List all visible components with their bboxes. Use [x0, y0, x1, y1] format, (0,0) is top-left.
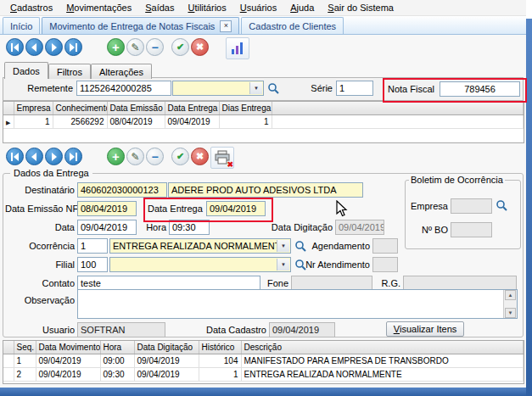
ocorrencia-label: Ocorrência [19, 240, 75, 252]
skip-first-icon [10, 153, 20, 161]
ocorrencia-combo[interactable]: ENTREGA REALIZADA NORMALMENTE ▼ [109, 238, 291, 254]
minus-icon: − [151, 150, 158, 164]
remetente-search-icon[interactable] [266, 81, 281, 96]
skip-last-icon [69, 43, 78, 52]
application-window: Cadastros Movimentações Saídas Utilitári… [0, 0, 532, 396]
marker-column-header [3, 341, 14, 354]
dropdown-arrow-icon[interactable]: ▼ [277, 240, 289, 252]
boletim-nbo-label: Nº BO [409, 224, 448, 236]
cell-data-movimento: 09/04/2019 [36, 354, 100, 368]
observacao-textarea[interactable]: ▲ ▼ [77, 289, 518, 319]
cancel-print-button[interactable]: ✖ [210, 147, 234, 169]
menu-item-cadastros[interactable]: Cadastros [3, 2, 59, 14]
contato-label: Contato [25, 277, 75, 289]
tab-movimento-entrega[interactable]: Movimento de Entrega de Notas Fiscais × [42, 17, 239, 34]
menu-item-ajuda[interactable]: Ajuda [283, 2, 321, 14]
plus-icon: + [112, 40, 120, 54]
groupbox-title: Dados da Entrega [10, 167, 92, 179]
movimentos-grid[interactable]: Seq. Data Movimento Hora Data Digitação … [3, 340, 524, 384]
cell-filler [272, 115, 524, 129]
destinatario-codigo-input[interactable]: 460602030000123 [77, 182, 167, 198]
col-header-descricao[interactable]: Descrição [241, 341, 524, 354]
scroll-down-icon[interactable]: ▼ [505, 308, 516, 318]
subtab-dados[interactable]: Dados [4, 62, 48, 79]
entrega-nav-last-button[interactable] [64, 148, 82, 165]
chevron-left-icon [30, 43, 39, 52]
cell-seq: 1 [14, 354, 36, 368]
tab-close-icon[interactable]: × [220, 20, 232, 32]
rg-label: R.G. [377, 277, 400, 289]
subtab-filtros[interactable]: Filtros [48, 64, 91, 79]
tab-cadastro-clientes[interactable]: Cadastro de Clientes [241, 17, 344, 34]
entrega-confirm-button[interactable]: ✔ [171, 148, 189, 165]
menu-item-saidas[interactable]: Saídas [138, 2, 181, 14]
tab-label: Movimento de Entrega de Notas Fiscais [49, 21, 215, 31]
entrega-edit-button[interactable]: ✎ [126, 148, 144, 165]
confirm-button[interactable]: ✔ [171, 38, 189, 56]
chart-button[interactable] [226, 37, 249, 59]
tab-inicio[interactable]: Início [3, 17, 40, 34]
col-header-data-emissao[interactable]: Data Emissão [107, 102, 165, 115]
table-row[interactable]: 2 09/04/2019 09:30 09/04/2019 1 ENTREGA … [3, 368, 524, 382]
nav-next-button[interactable] [45, 38, 63, 56]
data-label: Data [34, 221, 75, 233]
cancel-button[interactable]: ✖ [191, 38, 209, 56]
entrega-delete-button[interactable]: − [146, 148, 164, 165]
entrega-add-button[interactable]: + [107, 148, 125, 165]
data-cadastro-input: 09/04/2019 [269, 322, 335, 337]
col-header-dias-entrega[interactable]: Dias Entrega [219, 102, 272, 115]
visualizar-itens-button[interactable]: Visualizar Itens [386, 321, 464, 337]
col-header-data-entrega[interactable]: Data Entrega [165, 102, 219, 115]
boletim-empresa-search-icon[interactable] [495, 198, 509, 213]
subtab-alteracoes[interactable]: Alterações [91, 64, 152, 79]
entrega-nav-first-button[interactable] [6, 148, 24, 165]
col-header-empresa[interactable]: Empresa [14, 102, 53, 115]
cell-data-movimento: 09/04/2019 [36, 368, 100, 382]
destinatario-nome-input[interactable]: ADERE PROD AUTO ADESIVOS LTDA [168, 182, 363, 198]
cell-marker [3, 368, 14, 382]
observacao-scrollbar[interactable]: ▲ ▼ [503, 290, 517, 318]
filial-codigo-input[interactable]: 100 [77, 257, 108, 272]
add-record-button[interactable]: + [107, 38, 125, 56]
dropdown-arrow-icon[interactable]: ▼ [277, 259, 289, 271]
menu-item-movimentacoes[interactable]: Movimentações [59, 2, 138, 14]
remetente-input[interactable]: 11252642000285 [76, 81, 171, 96]
table-row[interactable]: ▶ 1 2566292 08/04/2019 09/04/2019 1 [3, 115, 524, 129]
col-header-data-movimento[interactable]: Data Movimento [36, 341, 100, 354]
nav-first-button[interactable] [6, 38, 24, 56]
menu-item-utilitarios[interactable]: Utilitários [181, 2, 232, 14]
data-entrega-label: Data Entrega [148, 203, 202, 215]
dropdown-arrow-icon[interactable]: ▼ [249, 82, 262, 94]
ocorrencia-codigo-input[interactable]: 1 [77, 238, 108, 254]
data-entrega-input[interactable]: 09/04/2019 [206, 201, 266, 216]
conhecimentos-grid[interactable]: Empresa Conhecimento Data Emissão Data E… [3, 101, 524, 143]
cell-seq: 2 [14, 368, 36, 382]
tab-label: Cadastro de Clientes [249, 21, 336, 31]
delete-record-button[interactable]: − [146, 38, 164, 56]
entrega-cancel-button[interactable]: ✖ [191, 148, 209, 165]
nota-fiscal-input[interactable]: 789456 [440, 81, 520, 97]
entrega-nav-next-button[interactable] [45, 148, 63, 165]
edit-record-button[interactable]: ✎ [126, 38, 144, 56]
nav-last-button[interactable] [64, 38, 82, 56]
serie-input[interactable]: 1 [336, 81, 373, 96]
col-header-hora[interactable]: Hora [100, 341, 134, 354]
menu-item-usuarios[interactable]: Usuários [233, 2, 283, 14]
remetente-combo[interactable]: ▼ [172, 81, 264, 96]
col-header-historico[interactable]: Histórico [199, 341, 241, 354]
subtab-label: Filtros [57, 67, 82, 77]
filial-combo[interactable]: ▼ [109, 257, 291, 272]
table-row[interactable]: 1 09/04/2019 09:00 09/04/2019 104 MANIFE… [3, 354, 524, 368]
hora-input[interactable]: 09:30 [169, 220, 210, 235]
col-header-seq[interactable]: Seq. [14, 341, 36, 354]
data-digitacao-input: 09/04/2019 [335, 220, 384, 235]
data-input[interactable]: 09/04/2019 [77, 220, 137, 235]
col-header-data-digitacao[interactable]: Data Digitação [134, 341, 199, 354]
entrega-nav-prev-button[interactable] [25, 148, 43, 165]
scroll-up-icon[interactable]: ▲ [505, 290, 516, 300]
data-emissao-nf-input[interactable]: 08/04/2019 [77, 201, 137, 216]
tab-bar: Início Movimento de Entrega de Notas Fis… [0, 16, 526, 35]
col-header-conhecimento[interactable]: Conhecimento [53, 102, 107, 115]
menu-item-sair[interactable]: Sair do Sistema [321, 2, 400, 14]
nav-prev-button[interactable] [25, 38, 43, 56]
